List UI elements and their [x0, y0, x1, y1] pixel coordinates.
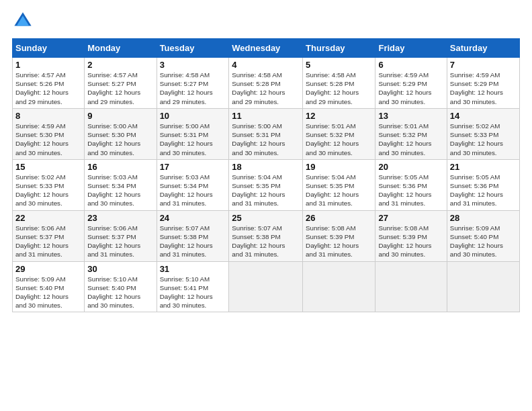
day-number: 12	[306, 111, 372, 121]
calendar-cell	[375, 261, 447, 312]
day-header-thursday: Thursday	[303, 39, 375, 58]
calendar-week-row: 8Sunrise: 4:59 AMSunset: 5:30 PMDaylight…	[13, 108, 520, 159]
day-number: 23	[87, 213, 153, 223]
logo	[12, 10, 36, 32]
calendar-cell	[447, 261, 519, 312]
day-number: 8	[15, 111, 81, 121]
day-number: 1	[15, 60, 81, 70]
calendar-cell: 2Sunrise: 4:57 AMSunset: 5:27 PMDaylight…	[85, 58, 157, 109]
day-number: 10	[160, 111, 226, 121]
day-info: Sunrise: 5:07 AMSunset: 5:38 PMDaylight:…	[160, 224, 226, 259]
day-header-friday: Friday	[375, 39, 447, 58]
day-info: Sunrise: 5:08 AMSunset: 5:39 PMDaylight:…	[306, 224, 372, 259]
day-info: Sunrise: 5:02 AMSunset: 5:33 PMDaylight:…	[450, 122, 517, 157]
header	[12, 10, 520, 32]
day-info: Sunrise: 5:06 AMSunset: 5:37 PMDaylight:…	[15, 224, 81, 259]
day-number: 3	[160, 60, 226, 70]
day-info: Sunrise: 5:04 AMSunset: 5:35 PMDaylight:…	[306, 173, 372, 208]
day-info: Sunrise: 5:04 AMSunset: 5:35 PMDaylight:…	[232, 173, 300, 208]
calendar-week-row: 29Sunrise: 5:09 AMSunset: 5:40 PMDayligh…	[13, 261, 520, 312]
calendar-cell: 17Sunrise: 5:03 AMSunset: 5:34 PMDayligh…	[157, 159, 229, 210]
day-number: 26	[306, 213, 372, 223]
calendar-cell: 11Sunrise: 5:00 AMSunset: 5:31 PMDayligh…	[229, 108, 303, 159]
day-number: 31	[160, 264, 226, 274]
calendar-cell: 5Sunrise: 4:58 AMSunset: 5:28 PMDaylight…	[303, 58, 375, 109]
day-info: Sunrise: 5:00 AMSunset: 5:31 PMDaylight:…	[232, 122, 300, 157]
day-info: Sunrise: 5:07 AMSunset: 5:38 PMDaylight:…	[232, 224, 300, 259]
day-info: Sunrise: 5:09 AMSunset: 5:40 PMDaylight:…	[450, 224, 517, 259]
day-info: Sunrise: 4:57 AMSunset: 5:27 PMDaylight:…	[87, 71, 153, 106]
calendar-cell: 24Sunrise: 5:07 AMSunset: 5:38 PMDayligh…	[157, 210, 229, 261]
calendar-cell: 6Sunrise: 4:59 AMSunset: 5:29 PMDaylight…	[375, 58, 447, 109]
calendar-cell: 20Sunrise: 5:05 AMSunset: 5:36 PMDayligh…	[375, 159, 447, 210]
calendar-cell: 21Sunrise: 5:05 AMSunset: 5:36 PMDayligh…	[447, 159, 519, 210]
day-number: 24	[160, 213, 226, 223]
calendar-cell: 26Sunrise: 5:08 AMSunset: 5:39 PMDayligh…	[303, 210, 375, 261]
day-number: 4	[232, 60, 300, 70]
calendar-cell: 13Sunrise: 5:01 AMSunset: 5:32 PMDayligh…	[375, 108, 447, 159]
day-info: Sunrise: 5:05 AMSunset: 5:36 PMDaylight:…	[450, 173, 517, 208]
day-number: 14	[450, 111, 517, 121]
day-number: 18	[232, 162, 300, 172]
day-info: Sunrise: 5:10 AMSunset: 5:40 PMDaylight:…	[87, 275, 153, 310]
calendar-cell: 3Sunrise: 4:58 AMSunset: 5:27 PMDaylight…	[157, 58, 229, 109]
day-number: 5	[306, 60, 372, 70]
day-number: 2	[87, 60, 153, 70]
calendar-cell: 25Sunrise: 5:07 AMSunset: 5:38 PMDayligh…	[229, 210, 303, 261]
day-info: Sunrise: 5:03 AMSunset: 5:34 PMDaylight:…	[160, 173, 226, 208]
day-info: Sunrise: 4:58 AMSunset: 5:27 PMDaylight:…	[160, 71, 226, 106]
calendar-week-row: 1Sunrise: 4:57 AMSunset: 5:26 PMDaylight…	[13, 58, 520, 109]
day-number: 22	[15, 213, 81, 223]
calendar-cell: 9Sunrise: 5:00 AMSunset: 5:30 PMDaylight…	[85, 108, 157, 159]
calendar-week-row: 22Sunrise: 5:06 AMSunset: 5:37 PMDayligh…	[13, 210, 520, 261]
day-info: Sunrise: 4:58 AMSunset: 5:28 PMDaylight:…	[232, 71, 300, 106]
day-info: Sunrise: 5:00 AMSunset: 5:31 PMDaylight:…	[160, 122, 226, 157]
calendar-cell: 29Sunrise: 5:09 AMSunset: 5:40 PMDayligh…	[13, 261, 85, 312]
day-info: Sunrise: 5:02 AMSunset: 5:33 PMDaylight:…	[15, 173, 81, 208]
logo-icon	[12, 10, 34, 32]
calendar-cell	[303, 261, 375, 312]
day-header-wednesday: Wednesday	[229, 39, 303, 58]
day-number: 16	[87, 162, 153, 172]
day-header-monday: Monday	[85, 39, 157, 58]
day-header-sunday: Sunday	[13, 39, 85, 58]
calendar-cell: 23Sunrise: 5:06 AMSunset: 5:37 PMDayligh…	[85, 210, 157, 261]
calendar-cell: 30Sunrise: 5:10 AMSunset: 5:40 PMDayligh…	[85, 261, 157, 312]
calendar-cell: 31Sunrise: 5:10 AMSunset: 5:41 PMDayligh…	[157, 261, 229, 312]
calendar-cell: 12Sunrise: 5:01 AMSunset: 5:32 PMDayligh…	[303, 108, 375, 159]
day-info: Sunrise: 5:09 AMSunset: 5:40 PMDaylight:…	[15, 275, 81, 310]
calendar-cell: 14Sunrise: 5:02 AMSunset: 5:33 PMDayligh…	[447, 108, 519, 159]
calendar-cell: 16Sunrise: 5:03 AMSunset: 5:34 PMDayligh…	[85, 159, 157, 210]
day-info: Sunrise: 5:05 AMSunset: 5:36 PMDaylight:…	[378, 173, 443, 208]
calendar-cell: 15Sunrise: 5:02 AMSunset: 5:33 PMDayligh…	[13, 159, 85, 210]
day-info: Sunrise: 5:06 AMSunset: 5:37 PMDaylight:…	[87, 224, 153, 259]
day-header-tuesday: Tuesday	[157, 39, 229, 58]
day-info: Sunrise: 5:08 AMSunset: 5:39 PMDaylight:…	[378, 224, 443, 259]
day-number: 30	[87, 264, 153, 274]
calendar-cell: 8Sunrise: 4:59 AMSunset: 5:30 PMDaylight…	[13, 108, 85, 159]
calendar-cell: 4Sunrise: 4:58 AMSunset: 5:28 PMDaylight…	[229, 58, 303, 109]
day-number: 15	[15, 162, 81, 172]
calendar-cell: 27Sunrise: 5:08 AMSunset: 5:39 PMDayligh…	[375, 210, 447, 261]
calendar-cell: 10Sunrise: 5:00 AMSunset: 5:31 PMDayligh…	[157, 108, 229, 159]
calendar-cell: 28Sunrise: 5:09 AMSunset: 5:40 PMDayligh…	[447, 210, 519, 261]
day-info: Sunrise: 4:59 AMSunset: 5:30 PMDaylight:…	[15, 122, 81, 157]
day-info: Sunrise: 5:03 AMSunset: 5:34 PMDaylight:…	[87, 173, 153, 208]
day-number: 17	[160, 162, 226, 172]
day-number: 7	[450, 60, 517, 70]
page: SundayMondayTuesdayWednesdayThursdayFrid…	[0, 0, 532, 319]
calendar-table: SundayMondayTuesdayWednesdayThursdayFrid…	[12, 38, 520, 312]
day-number: 11	[232, 111, 300, 121]
calendar-cell: 18Sunrise: 5:04 AMSunset: 5:35 PMDayligh…	[229, 159, 303, 210]
day-info: Sunrise: 5:01 AMSunset: 5:32 PMDaylight:…	[378, 122, 443, 157]
calendar-header-row: SundayMondayTuesdayWednesdayThursdayFrid…	[13, 39, 520, 58]
day-number: 9	[87, 111, 153, 121]
day-number: 29	[15, 264, 81, 274]
day-number: 28	[450, 213, 517, 223]
day-number: 13	[378, 111, 443, 121]
day-info: Sunrise: 5:01 AMSunset: 5:32 PMDaylight:…	[306, 122, 372, 157]
day-header-saturday: Saturday	[447, 39, 519, 58]
day-number: 21	[450, 162, 517, 172]
calendar-week-row: 15Sunrise: 5:02 AMSunset: 5:33 PMDayligh…	[13, 159, 520, 210]
day-info: Sunrise: 4:57 AMSunset: 5:26 PMDaylight:…	[15, 71, 81, 106]
